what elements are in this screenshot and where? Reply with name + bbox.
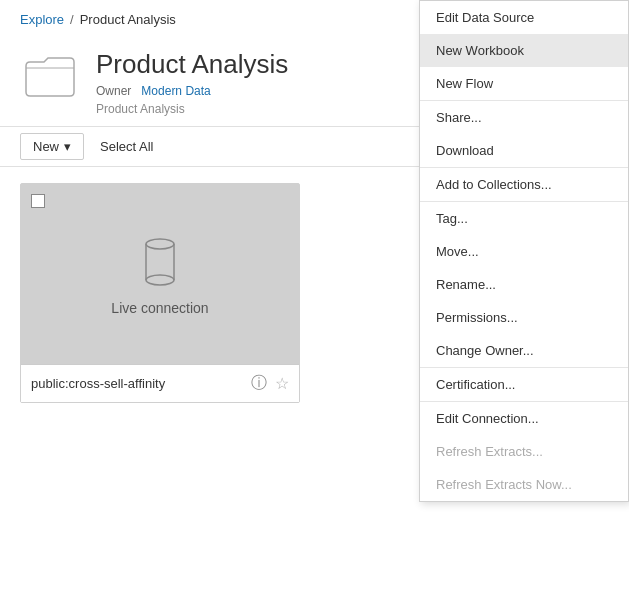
- menu-item-3-0[interactable]: Tag...: [420, 202, 628, 235]
- menu-section-5: Edit Connection...Refresh Extracts...Ref…: [420, 402, 628, 501]
- menu-section-4: Certification...: [420, 368, 628, 402]
- dropdown-arrow-icon: ▾: [64, 139, 71, 154]
- card-actions: ⓘ ☆: [251, 373, 289, 394]
- connection-type-label: Live connection: [111, 300, 208, 316]
- menu-section-1: Share...Download: [420, 101, 628, 168]
- select-all-button[interactable]: Select All: [100, 139, 153, 154]
- menu-item-3-4[interactable]: Change Owner...: [420, 334, 628, 367]
- menu-item-1-0[interactable]: Share...: [420, 101, 628, 134]
- menu-item-0-1[interactable]: New Workbook: [420, 34, 628, 67]
- menu-section-2: Add to Collections...: [420, 168, 628, 202]
- menu-item-3-3[interactable]: Permissions...: [420, 301, 628, 334]
- owner-label: Owner: [96, 84, 131, 98]
- menu-item-5-0[interactable]: Edit Connection...: [420, 402, 628, 435]
- menu-item-0-2[interactable]: New Flow: [420, 67, 628, 100]
- menu-item-0-0[interactable]: Edit Data Source: [420, 1, 628, 34]
- breadcrumb-explore-link[interactable]: Explore: [20, 12, 64, 27]
- new-button[interactable]: New ▾: [20, 133, 84, 160]
- menu-item-4-0[interactable]: Certification...: [420, 368, 628, 401]
- menu-section-0: Edit Data SourceNew WorkbookNew Flow: [420, 1, 628, 101]
- cylinder-graphic: Live connection: [111, 232, 208, 316]
- owner-name-link[interactable]: Modern Data: [141, 84, 210, 98]
- menu-item-3-2[interactable]: Rename...: [420, 268, 628, 301]
- main-area: Explore / Product Analysis Product Analy…: [0, 0, 629, 597]
- svg-point-0: [146, 239, 174, 249]
- context-menu: Edit Data SourceNew WorkbookNew FlowShar…: [419, 0, 629, 502]
- datasource-star-icon[interactable]: ☆: [275, 374, 289, 393]
- card-preview: Live connection: [21, 184, 299, 364]
- menu-item-5-2: Refresh Extracts Now...: [420, 468, 628, 501]
- svg-point-3: [146, 275, 174, 285]
- menu-item-2-0[interactable]: Add to Collections...: [420, 168, 628, 201]
- info-icon[interactable]: ⓘ: [251, 373, 267, 394]
- datasource-card: Live connection public:cross-sell-affini…: [20, 183, 300, 403]
- folder-icon: [20, 49, 80, 104]
- menu-item-3-1[interactable]: Move...: [420, 235, 628, 268]
- card-footer: public:cross-sell-affinity ⓘ ☆: [21, 364, 299, 402]
- breadcrumb-separator: /: [70, 12, 74, 27]
- menu-item-5-1: Refresh Extracts...: [420, 435, 628, 468]
- breadcrumb-current: Product Analysis: [80, 12, 176, 27]
- datasource-name: public:cross-sell-affinity: [31, 376, 165, 391]
- menu-item-1-1[interactable]: Download: [420, 134, 628, 167]
- new-button-label: New: [33, 139, 59, 154]
- menu-section-3: Tag...Move...Rename...Permissions...Chan…: [420, 202, 628, 368]
- card-checkbox[interactable]: [31, 194, 45, 208]
